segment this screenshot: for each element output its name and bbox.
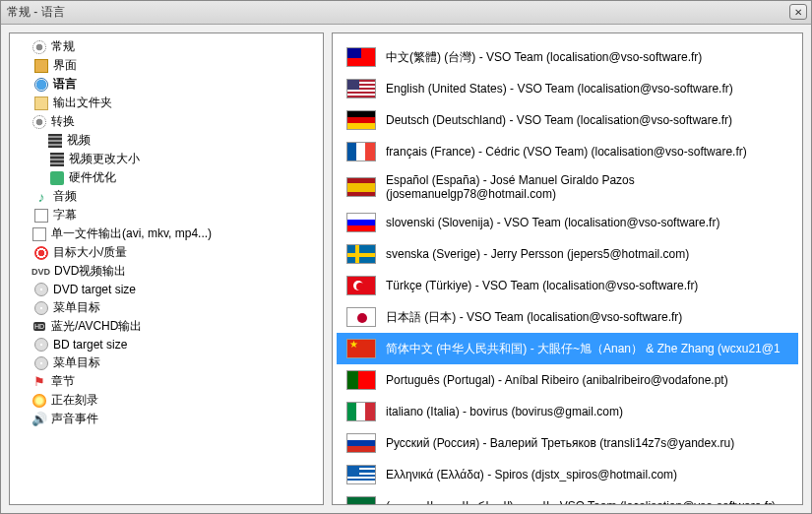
language-label: العربية (المملكة العربية السعودية) - VSO…: [386, 499, 776, 505]
tree-burning[interactable]: 正在刻录: [16, 391, 321, 410]
language-row[interactable]: Deutsch (Deutschland) - VSO Team (locali…: [337, 104, 798, 136]
video-icon: [48, 134, 62, 148]
tree-subtitle[interactable]: 字幕: [31, 206, 321, 225]
language-label: English (United States) - VSO Team (loca…: [386, 82, 733, 96]
jp-flag-icon: [346, 307, 376, 327]
leaf-icon: [18, 377, 28, 387]
language-label: 中文(繁體) (台灣) - VSO Team (localisation@vso…: [386, 49, 702, 66]
tree-single-file-output[interactable]: 单一文件输出(avi, mkv, mp4...): [16, 225, 321, 243]
language-row[interactable]: العربية (المملكة العربية السعودية) - VSO…: [337, 490, 798, 505]
tree-bd-target-size[interactable]: BD target size: [31, 336, 321, 353]
language-label: svenska (Sverige) - Jerry Persson (jeper…: [386, 247, 689, 261]
language-list: 中文(繁體) (台灣) - VSO Team (localisation@vso…: [337, 41, 798, 505]
language-label: Türkçe (Türkiye) - VSO Team (localisatio…: [386, 279, 698, 292]
dvd-badge-icon: DVD: [31, 264, 50, 280]
collapse-icon: [18, 267, 28, 277]
tree-convert[interactable]: 转换: [16, 112, 321, 131]
tree-interface[interactable]: 界面: [31, 56, 321, 75]
language-row[interactable]: slovenski (Slovenija) - VSO Team (locali…: [337, 207, 798, 238]
tr-flag-icon: [346, 276, 376, 295]
settings-tree: 常规 界面 语言: [12, 37, 321, 428]
gear-icon: [32, 40, 46, 54]
ru-flag-icon: [346, 433, 376, 453]
si-flag-icon: [346, 213, 376, 232]
tree-video-resize[interactable]: 视频更改大小: [47, 150, 321, 168]
tree-sound-event[interactable]: 🔊 声音事件: [16, 410, 321, 428]
tree-chapter[interactable]: ⚑ 章节: [16, 372, 321, 391]
music-icon: ♪: [38, 189, 45, 205]
language-row[interactable]: Ελληνικά (Ελλάδα) - Spiros (djstx_spiros…: [337, 459, 798, 490]
language-row[interactable]: English (United States) - VSO Team (loca…: [337, 73, 798, 104]
disc-icon: [34, 301, 48, 315]
language-label: Deutsch (Deutschland) - VSO Team (locali…: [386, 113, 732, 127]
language-label: Español (España) - José Manuel Giraldo P…: [386, 173, 788, 201]
language-label: Русский (Россия) - Валерий Третьяков (tr…: [386, 436, 734, 450]
language-row[interactable]: 简体中文 (中华人民共和国) - 大眼仔~旭（Anan） & Zhe Zhang…: [337, 333, 798, 364]
tree-output-folder[interactable]: 输出文件夹: [31, 94, 321, 112]
tree-video[interactable]: 视频: [31, 131, 321, 150]
chip-icon: [50, 171, 64, 185]
es-flag-icon: [346, 177, 376, 197]
tree-bluray-output[interactable]: HD 蓝光/AVCHD输出: [16, 317, 321, 336]
disc-icon: [34, 356, 48, 370]
leaf-icon: [18, 396, 28, 406]
language-row[interactable]: svenska (Sverige) - Jerry Persson (jeper…: [337, 238, 798, 270]
subtitle-icon: [34, 209, 48, 223]
collapse-icon: [18, 117, 28, 127]
language-label: français (France) - Cédric (VSO Team) (l…: [386, 145, 747, 159]
tree-target-size-quality[interactable]: 目标大小/质量: [31, 243, 321, 262]
tree-dvd-output[interactable]: DVD DVD视频输出: [16, 262, 321, 281]
language-label: 简体中文 (中华人民共和国) - 大眼仔~旭（Anan） & Zhe Zhang…: [386, 341, 781, 357]
tree-hw-optimize[interactable]: 硬件优化: [47, 168, 321, 187]
window-body: 常规 界面 语言: [1, 25, 811, 513]
it-flag-icon: [346, 402, 376, 421]
resize-icon: [50, 153, 64, 166]
se-flag-icon: [346, 244, 376, 264]
interface-icon: [34, 59, 48, 73]
collapse-icon: [18, 322, 28, 332]
disc-icon: [34, 338, 48, 352]
language-label: slovenski (Slovenija) - VSO Team (locali…: [386, 216, 719, 229]
globe-icon: [34, 78, 48, 92]
language-row[interactable]: Español (España) - José Manuel Giraldo P…: [337, 167, 798, 207]
hd-badge-icon: HD: [33, 322, 45, 331]
language-row[interactable]: 中文(繁體) (台灣) - VSO Team (localisation@vso…: [337, 41, 798, 73]
tree-dvd-target-size[interactable]: DVD target size: [31, 281, 321, 298]
language-list-panel[interactable]: 中文(繁體) (台灣) - VSO Team (localisation@vso…: [332, 32, 803, 505]
titlebar: 常规 - 语言 ✕: [1, 1, 811, 25]
language-row[interactable]: Русский (Россия) - Валерий Третьяков (tr…: [337, 427, 798, 459]
close-button[interactable]: ✕: [789, 4, 807, 20]
file-icon: [32, 227, 46, 241]
us-flag-icon: [346, 79, 376, 98]
language-label: Português (Portugal) - Aníbal Ribeiro (a…: [386, 373, 728, 387]
tree-language[interactable]: 语言: [31, 75, 321, 94]
collapse-icon: [33, 136, 43, 146]
burn-icon: [32, 394, 46, 408]
settings-tree-panel[interactable]: 常规 界面 语言: [9, 32, 324, 505]
language-row[interactable]: Türkçe (Türkiye) - VSO Team (localisatio…: [337, 270, 798, 301]
settings-window: 常规 - 语言 ✕ 常规 界: [0, 0, 812, 514]
language-row[interactable]: 日本語 (日本) - VSO Team (localisation@vso-so…: [337, 301, 798, 333]
leaf-icon: [18, 415, 28, 424]
collapse-icon: [18, 229, 28, 239]
pt-flag-icon: [346, 370, 376, 390]
language-row[interactable]: italiano (Italia) - bovirus (bovirus@gma…: [337, 396, 798, 427]
collapse-icon: [18, 42, 28, 52]
folder-icon: [34, 96, 48, 110]
sa-flag-icon: [346, 496, 376, 505]
language-row[interactable]: Português (Portugal) - Aníbal Ribeiro (a…: [337, 364, 798, 396]
window-title: 常规 - 语言: [7, 4, 65, 21]
tree-menu-target[interactable]: 菜单目标: [31, 298, 321, 317]
flag-icon: ⚑: [33, 374, 45, 389]
tree-menu-target-2[interactable]: 菜单目标: [31, 353, 321, 372]
language-label: 日本語 (日本) - VSO Team (localisation@vso-so…: [386, 309, 682, 326]
tw-flag-icon: [346, 47, 376, 67]
de-flag-icon: [346, 110, 376, 130]
language-row[interactable]: français (France) - Cédric (VSO Team) (l…: [337, 136, 798, 167]
cn-flag-icon: [346, 339, 376, 358]
tree-general[interactable]: 常规: [16, 37, 321, 56]
language-label: Ελληνικά (Ελλάδα) - Spiros (djstx_spiros…: [386, 468, 677, 482]
tree-audio[interactable]: ♪ 音频: [31, 187, 321, 206]
fr-flag-icon: [346, 142, 376, 161]
close-icon: ✕: [794, 7, 802, 18]
